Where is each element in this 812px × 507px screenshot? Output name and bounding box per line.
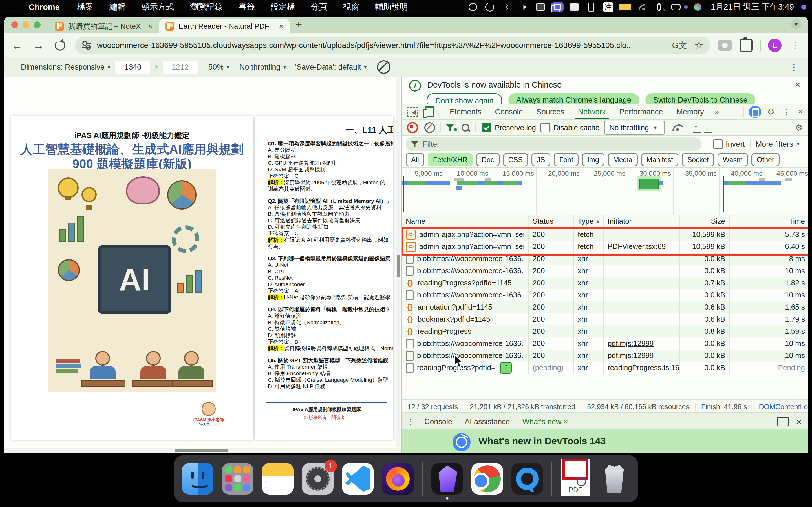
tab-network[interactable]: Network [571, 105, 613, 119]
site-settings-icon[interactable] [82, 41, 91, 50]
network-settings-gear-icon[interactable]: ⚙ [795, 123, 803, 133]
initiator-link[interactable]: PDFViewer.tsx:69 [608, 242, 666, 251]
chip-css[interactable]: CSS [503, 153, 528, 166]
initiator-link[interactable]: pdf.mjs:12999 [608, 339, 654, 348]
chip-font[interactable]: Font [554, 153, 578, 166]
tab-sources[interactable]: Sources [530, 105, 571, 119]
disable-cache-checkbox[interactable] [541, 123, 550, 132]
table-row[interactable]: blob:https://woocommerce-1636... 200 xhr… [402, 289, 808, 301]
filter-input[interactable]: Filter [406, 137, 702, 151]
extensions-icon[interactable] [740, 39, 753, 52]
siri-icon[interactable] [692, 2, 704, 12]
battery-icon[interactable]: ⚡ [619, 2, 631, 12]
close-drawer-icon[interactable]: × [796, 416, 802, 427]
close-devtools-icon[interactable]: × [798, 107, 803, 116]
table-row[interactable]: {}bookmark?pdfId=1145 200 xhr 0.6 kB 1.7… [402, 313, 808, 325]
translate-icon[interactable]: G文 [672, 40, 687, 51]
dock-settings-icon[interactable]: 1 [302, 463, 334, 495]
table-row[interactable]: blob:https://woocommerce-1636... 200 xhr… [402, 337, 808, 349]
height-input[interactable] [163, 61, 198, 73]
menu-help[interactable]: 輔助說明 [375, 1, 408, 13]
menu-file[interactable]: 檔案 [77, 1, 94, 13]
tab-console[interactable]: Console [488, 105, 530, 119]
settings-gear-icon[interactable]: ⚙ [767, 107, 774, 117]
bluetooth-icon[interactable]: ᛒ [500, 2, 513, 12]
clear-network-log-button[interactable] [424, 122, 435, 133]
tab-memory[interactable]: Memory [670, 105, 711, 119]
preserve-log-checkbox[interactable] [482, 123, 492, 132]
tab-close-icon[interactable]: × [279, 22, 284, 31]
dock-firefox-icon[interactable] [382, 463, 414, 495]
network-conditions-icon[interactable] [672, 124, 682, 131]
mute-icon[interactable]: 🕨 [517, 2, 530, 12]
zoom-window-button[interactable] [34, 21, 41, 28]
tab-notex[interactable]: 我購買的筆記 – NoteX × [49, 19, 159, 33]
dock-notes-icon[interactable] [262, 463, 294, 495]
table-row[interactable]: <>admin-ajax.php?action=vmn_serv... 200 … [402, 240, 808, 252]
dimensions-select[interactable]: Dimensions: Responsive [21, 63, 105, 71]
chip-js[interactable]: JS [531, 153, 550, 166]
dock-finder-icon[interactable] [182, 463, 213, 495]
input-method-icon[interactable]: 注 [602, 2, 614, 12]
drawer-tab-console[interactable]: Console [418, 413, 458, 430]
save-data-select[interactable]: 'Save-Data': default [295, 63, 361, 71]
address-bar[interactable]: woocommerce-163699-5955105.cloudwaysapps… [75, 37, 710, 54]
vertical-scrollbar[interactable] [396, 77, 400, 447]
dock-vscode-icon[interactable] [342, 463, 373, 495]
dock-pdf-document-icon[interactable]: PDF [561, 459, 590, 496]
menu-bookmarks[interactable]: 書籤 [239, 1, 255, 13]
control-center-icon[interactable] [670, 2, 682, 12]
drawer-tab-close-icon[interactable]: × [564, 417, 568, 426]
dock-side-icon[interactable] [777, 417, 789, 427]
new-tab-button[interactable]: + [296, 18, 302, 31]
menu-profiles[interactable]: 設定檔 [271, 1, 295, 13]
url-text[interactable]: woocommerce-163699-5955105.cloudwaysapps… [97, 41, 665, 50]
creative-cloud-icon[interactable] [484, 2, 496, 12]
sync-promo-icon[interactable] [749, 106, 761, 118]
tab-performance[interactable]: Performance [613, 105, 670, 119]
forward-button[interactable]: → [33, 39, 44, 52]
dock-quicktime-icon[interactable] [511, 463, 543, 495]
export-har-icon[interactable]: ↓ [705, 123, 709, 132]
chip-manifest[interactable]: Manifest [641, 153, 678, 166]
import-har-icon[interactable]: ↑ [694, 123, 698, 132]
invert-checkbox[interactable] [713, 139, 723, 149]
screen-mirroring-icon[interactable] [551, 2, 564, 12]
chip-wasm[interactable]: Wasm [718, 153, 748, 166]
table-row[interactable]: {}readingProgress 200 xhr 0.8 kB 1.59 s [402, 325, 808, 337]
spotlight-icon[interactable] [653, 2, 665, 12]
close-window-button[interactable] [11, 21, 18, 28]
tab-search-button[interactable]: ▾ [791, 19, 801, 29]
record-network-log-button[interactable] [407, 122, 418, 133]
minimize-window-button[interactable] [22, 21, 29, 28]
menu-history[interactable]: 瀏覽記錄 [190, 1, 223, 13]
wifi-icon[interactable] [636, 2, 648, 12]
menu-bar-clock[interactable]: 1月21日 週三 下午3:49 [711, 1, 794, 13]
chip-all[interactable]: All [406, 153, 424, 166]
dock-chrome-icon[interactable] [471, 463, 503, 495]
dock-trash-icon[interactable] [599, 463, 630, 495]
tab-elements[interactable]: Elements [443, 105, 488, 119]
table-row[interactable]: blob:https://woocommerce-1636... 200 xhr… [402, 252, 808, 265]
display-icon[interactable] [534, 2, 547, 12]
inspect-element-icon[interactable] [407, 107, 417, 117]
initiator-link[interactable]: pdf.mjs:12999 [608, 351, 654, 360]
zoom-select[interactable]: 50% [208, 63, 223, 71]
drawer-tab-ai-assistance[interactable]: AI assistance [458, 413, 516, 430]
chip-img[interactable]: Img [582, 153, 605, 166]
filter-icon[interactable] [446, 124, 454, 131]
menu-window[interactable]: 視窗 [343, 1, 359, 13]
dock-obsidian-icon[interactable] [432, 463, 463, 495]
throttling-select[interactable]: No throttling [239, 63, 281, 71]
chip-socket[interactable]: Socket [682, 153, 714, 166]
device-toolbar-toggle-icon[interactable] [425, 107, 435, 117]
width-input[interactable] [115, 61, 150, 73]
phone-icon[interactable] [585, 2, 598, 12]
browser-menu-icon[interactable]: ⋮ [791, 40, 800, 51]
tab-earth-reader[interactable]: Earth Reader - Natural PDF Re × [159, 19, 290, 33]
table-row[interactable]: <>admin-ajax.php?action=vmn_serv... 200 … [402, 228, 808, 240]
network-disabled-icon[interactable] [377, 60, 391, 74]
chip-doc[interactable]: Doc [476, 153, 499, 166]
devtools-menu-icon[interactable]: ⋮ [782, 107, 790, 117]
table-row[interactable]: {}annotation?pdfId=1145 200 xhr 0.6 kB 1… [402, 301, 808, 313]
